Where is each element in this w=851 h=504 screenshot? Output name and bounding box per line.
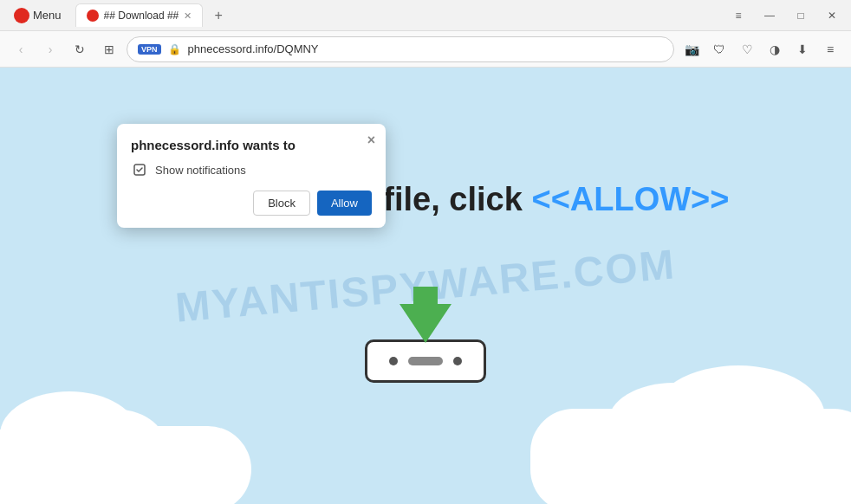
- allow-button[interactable]: Allow: [317, 191, 372, 216]
- download-illustration: [365, 304, 486, 383]
- download-button[interactable]: ⬇: [790, 37, 815, 61]
- permission-text: Show notifications: [155, 164, 246, 177]
- opera-menu-button[interactable]: Menu: [7, 4, 68, 27]
- wallet-button[interactable]: ◑: [763, 37, 787, 61]
- notification-popup: × phnecessord.info wants to Show notific…: [117, 124, 386, 228]
- popup-permission-row: Show notifications: [131, 161, 372, 178]
- page-content: MYANTISPYWARE.COM to download the file, …: [0, 68, 851, 504]
- address-bar[interactable]: VPN 🔒 phnecessord.info/DQMNY: [127, 36, 674, 62]
- back-button[interactable]: ‹: [9, 37, 33, 61]
- tabs-grid-button[interactable]: ⊞: [97, 37, 121, 61]
- reload-button[interactable]: ↻: [68, 37, 92, 61]
- navigation-bar: ‹ › ↻ ⊞ VPN 🔒 phnecessord.info/DQMNY 📷 🛡…: [0, 31, 851, 68]
- disk-slot: [408, 357, 443, 365]
- menu-label: Menu: [33, 9, 62, 22]
- forward-button[interactable]: ›: [38, 37, 62, 61]
- disk-dot-left: [389, 357, 398, 365]
- heart-button[interactable]: ♡: [735, 37, 759, 61]
- tab-close-icon[interactable]: ✕: [184, 10, 192, 22]
- cloud-right: [530, 409, 851, 504]
- disk-dot-right: [453, 357, 462, 365]
- tab-title: ## Download ##: [104, 10, 179, 22]
- vpn-badge: VPN: [138, 44, 161, 55]
- opera-logo-icon: [14, 8, 29, 23]
- popup-actions: Block Allow: [131, 191, 372, 216]
- stash-button[interactable]: ≡: [726, 3, 750, 28]
- tab-bar: ## Download ## ✕ +: [75, 3, 719, 28]
- close-button[interactable]: ✕: [820, 3, 844, 28]
- download-arrow-icon: [400, 304, 451, 343]
- maximize-button[interactable]: □: [789, 3, 813, 28]
- minimize-button[interactable]: —: [757, 3, 782, 28]
- block-button[interactable]: Block: [253, 191, 310, 216]
- title-bar: Menu ## Download ## ✕ + ≡ — □ ✕: [0, 0, 851, 31]
- nav-actions: 📷 🛡 ♡ ◑ ⬇ ≡: [679, 37, 842, 61]
- shield-button[interactable]: 🛡: [707, 37, 731, 61]
- lock-icon: 🔒: [168, 43, 181, 55]
- notification-permission-icon: [131, 161, 148, 178]
- camera-button[interactable]: 📷: [679, 37, 704, 61]
- window-controls: ≡ — □ ✕: [726, 3, 844, 28]
- browser-settings-button[interactable]: ≡: [818, 37, 842, 61]
- address-text: phnecessord.info/DQMNY: [188, 42, 663, 55]
- popup-title: phnecessord.info wants to: [131, 138, 372, 152]
- disk-icon: [365, 339, 486, 383]
- cloud-left: [0, 426, 251, 504]
- browser-window: Menu ## Download ## ✕ + ≡ — □ ✕ ‹ › ↻ ⊞ …: [0, 0, 851, 504]
- new-tab-button[interactable]: +: [206, 3, 231, 28]
- main-text-highlight: <<ALLOW>>: [531, 181, 729, 217]
- popup-close-button[interactable]: ×: [367, 132, 375, 148]
- active-tab[interactable]: ## Download ## ✕: [75, 3, 204, 27]
- tab-favicon-icon: [87, 10, 99, 22]
